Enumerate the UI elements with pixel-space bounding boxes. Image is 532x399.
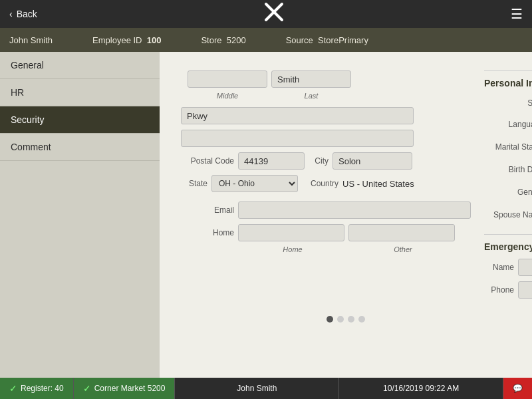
- end-status[interactable]: 💬: [503, 378, 532, 399]
- emergency-name-row: Name: [484, 259, 532, 276]
- user-label: John Smith: [237, 384, 277, 393]
- postal-city-row: Postal Code City: [181, 152, 471, 170]
- store-status-label: Corner Market 5200: [94, 384, 166, 393]
- language-row: Language English (United States) Spanish…: [484, 116, 532, 133]
- sidebar-item-comment[interactable]: Comment: [0, 134, 160, 161]
- store-value: 5200: [227, 35, 246, 45]
- phone-labels: Home Other: [181, 244, 471, 254]
- sidebar-item-security[interactable]: Security: [0, 106, 160, 134]
- marital-status-label: Marital Status: [484, 142, 532, 152]
- sidebar-item-hr[interactable]: HR: [0, 79, 160, 106]
- pagination: [170, 312, 521, 327]
- content-inner: Middle Last: [170, 63, 521, 312]
- ssn-row: SSN ••••••3211: [484, 95, 532, 110]
- email-label: Email: [181, 205, 234, 215]
- last-label: Last: [305, 92, 319, 100]
- emergency-title: Emergency Contact Information: [484, 241, 532, 252]
- pagination-dot-4[interactable]: [358, 316, 365, 323]
- postal-code-label: Postal Code: [181, 156, 234, 166]
- datetime-status: 10/16/2019 09:22 AM: [339, 378, 503, 399]
- state-country-row: State OH - Ohio Country US - United Stat…: [181, 175, 471, 192]
- message-icon: 💬: [513, 384, 523, 393]
- store-section: Store 5200: [201, 35, 245, 45]
- country-value: US - United States: [342, 179, 414, 189]
- country-label: Country: [302, 179, 338, 188]
- back-label: Back: [17, 9, 37, 19]
- employee-id-section: Employee ID 100: [92, 35, 161, 45]
- emergency-phone-left: Phone: [484, 281, 532, 299]
- address-line2-input[interactable]: [181, 130, 414, 147]
- back-button[interactable]: ‹ Back: [9, 9, 37, 19]
- address-row-1: [181, 107, 471, 124]
- email-row: Email: [181, 201, 471, 219]
- register-label: Register: 40: [21, 384, 64, 393]
- app-logo: [263, 1, 285, 27]
- gender-label: Gender: [484, 188, 532, 197]
- state-select[interactable]: OH - Ohio: [211, 175, 298, 192]
- sidebar: General HR Security Comment: [0, 52, 160, 378]
- datetime-label: 10/16/2019 09:22 AM: [383, 384, 459, 393]
- register-status: ✓ Register: 40: [0, 378, 74, 399]
- source-section: Source StorePrimary: [286, 35, 368, 45]
- spouse-name-label: Spouse Name: [484, 210, 532, 219]
- menu-icon[interactable]: ☰: [511, 6, 523, 22]
- sub-header: John Smith Employee ID 100 Store 5200 So…: [0, 28, 532, 52]
- store-check-icon: ✓: [83, 383, 91, 394]
- home-phone-input[interactable]: [238, 224, 344, 241]
- left-column: Middle Last: [181, 70, 471, 304]
- spouse-row: Spouse Name: [484, 206, 532, 223]
- last-name-input[interactable]: [271, 70, 351, 88]
- pagination-dot-1[interactable]: [327, 316, 333, 323]
- emergency-name-label: Name: [484, 263, 514, 272]
- personal-info-section: Personal Information SSN ••••••3211 Lang…: [484, 70, 532, 223]
- sidebar-comment-label: Comment: [11, 142, 51, 152]
- store-label: Store: [201, 35, 221, 45]
- phone-row: Home: [181, 224, 471, 241]
- other-sublabel: Other: [394, 245, 412, 253]
- back-arrow-icon: ‹: [9, 9, 13, 19]
- sidebar-hr-label: HR: [11, 87, 24, 98]
- pagination-dot-2[interactable]: [337, 316, 344, 323]
- email-input[interactable]: [238, 201, 471, 219]
- middle-name-input[interactable]: [188, 70, 267, 88]
- middle-label: Middle: [217, 92, 238, 100]
- emergency-section: Emergency Contact Information Name Phone: [484, 234, 532, 299]
- source-label: Source: [286, 35, 313, 45]
- top-bar: ‹ Back ☰: [0, 0, 532, 28]
- store-status: ✓ Corner Market 5200: [74, 378, 176, 399]
- emergency-phone-row: Phone: [484, 281, 532, 299]
- pagination-dot-3[interactable]: [348, 316, 354, 323]
- state-label: State: [181, 179, 207, 188]
- marital-row: Marital Status Single Married Divorced W…: [484, 138, 532, 156]
- emergency-phone-label: Phone: [484, 285, 514, 295]
- address-line1-input[interactable]: [181, 107, 414, 124]
- employee-name: John Smith: [9, 35, 53, 45]
- gender-row: Gender Male Female Other: [484, 184, 532, 201]
- city-input[interactable]: [332, 152, 412, 170]
- postal-code-input[interactable]: [238, 152, 305, 170]
- two-column-layout: Middle Last: [181, 70, 511, 304]
- user-status: John Smith: [175, 378, 339, 399]
- ssn-label: SSN: [484, 98, 532, 108]
- personal-info-title: Personal Information: [484, 78, 532, 88]
- sidebar-item-general[interactable]: General: [0, 52, 160, 79]
- right-column: Personal Information SSN ••••••3211 Lang…: [484, 70, 532, 304]
- main-layout: General HR Security Comment: [0, 52, 532, 378]
- other-phone-input[interactable]: [348, 224, 455, 241]
- content-area: Middle Last: [160, 52, 532, 378]
- birth-date-label: Birth Date: [484, 165, 532, 174]
- employee-id-value: 100: [147, 35, 162, 45]
- employee-id-label: Employee ID: [92, 35, 142, 45]
- register-check-icon: ✓: [9, 383, 17, 394]
- sidebar-general-label: General: [11, 60, 44, 70]
- emergency-name-input[interactable]: [518, 259, 532, 276]
- language-label: Language: [484, 120, 532, 129]
- name-fields-row: [188, 70, 471, 88]
- name-labels-row: Middle Last: [188, 90, 471, 100]
- emergency-name-left: Name: [484, 259, 532, 276]
- home-sublabel: Home: [283, 245, 302, 253]
- address-row-2: [181, 130, 471, 147]
- sidebar-security-label: Security: [11, 114, 45, 125]
- emergency-phone-input[interactable]: [518, 281, 532, 299]
- source-value: StorePrimary: [318, 35, 368, 45]
